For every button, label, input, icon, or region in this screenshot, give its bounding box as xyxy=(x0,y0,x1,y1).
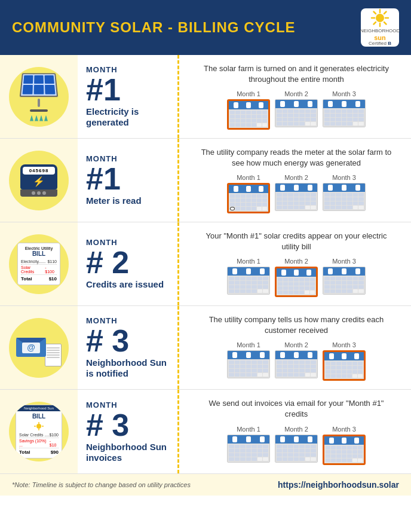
bill-bold: BILL xyxy=(21,250,57,257)
ns-total-line: Total $90 xyxy=(19,450,59,455)
cal-label-m1: Month 1 xyxy=(237,90,260,97)
ns-savings-label: Savings (10%) ... xyxy=(19,439,50,447)
svg-point-0 xyxy=(376,14,384,22)
row2-description: The utility company reads the meter at t… xyxy=(201,147,392,169)
cal-m3 xyxy=(323,99,366,127)
ns-bill-header: Neighborhood Sun xyxy=(16,405,62,411)
solar-panel-icon xyxy=(21,72,57,121)
cal-m1-highlighted xyxy=(227,99,270,130)
svg-line-5 xyxy=(374,11,376,14)
electricity-label: Electricity...... xyxy=(21,259,45,264)
row5-month-number: # 3 xyxy=(86,409,171,441)
row2-icon-area: 045698 ⚡ xyxy=(0,139,78,222)
certified-label: Certified xyxy=(369,41,387,46)
cal-m2 xyxy=(275,99,318,127)
ns-credits-label: Solar Credits .... xyxy=(19,433,49,437)
logo: NEIGHBORHOOD sun Certified B xyxy=(361,8,399,47)
cal-header xyxy=(323,100,365,108)
footer-link: https://neighborhoodsun.solar xyxy=(278,480,399,490)
ns-credits-value: $100 xyxy=(49,433,59,437)
row1-calendars: Month 1 xyxy=(190,90,403,130)
row1-label: MONTH #1 Electricity is generated xyxy=(78,55,179,138)
row3-description: Your "Month #1" solar credits appear on … xyxy=(201,231,392,252)
bill-credits-line: Solar Credits - $100 xyxy=(21,265,57,275)
row3-step-desc: Credits are issued xyxy=(86,279,171,290)
svg-line-7 xyxy=(384,11,387,14)
sun-icon xyxy=(370,8,389,27)
meter-body: 045698 ⚡ xyxy=(20,164,57,189)
row4-month-number: # 3 xyxy=(86,325,171,356)
row4-right: The utility company tells us how many cr… xyxy=(179,306,411,389)
bill-behind xyxy=(45,344,62,366)
cal-header xyxy=(229,101,268,109)
row1-month-number: #1 xyxy=(86,74,171,105)
bill-title: Electric Utility xyxy=(21,246,57,250)
row3-calendars: Month 1 Month 2 xyxy=(190,258,403,297)
row4-calendars: Month 1 Month 2 xyxy=(190,341,403,381)
row-credits-issued: Electric Utility BILL Electricity...... … xyxy=(0,222,411,306)
neighborhood-label: NEIGHBORHOOD xyxy=(360,28,400,33)
row3-month-number: # 2 xyxy=(86,247,171,278)
solar-base xyxy=(30,109,48,112)
row4-icon-area: @ xyxy=(0,306,78,389)
cal-grid xyxy=(275,108,317,127)
svg-line-8 xyxy=(374,22,376,25)
row-electricity-generated: MONTH #1 Electricity is generated The so… xyxy=(0,55,411,139)
row1-cal-month2: Month 2 xyxy=(275,90,318,127)
ns-bill-icon-circle: Neighborhood Sun BILL xyxy=(9,402,69,461)
row1-right: The solar farm is turned on and it gener… xyxy=(179,55,411,138)
ns-bill-icon: Neighborhood Sun BILL xyxy=(16,405,62,458)
meter-icon-circle: 045698 ⚡ xyxy=(9,151,69,210)
ns-sun-small-icon xyxy=(32,421,46,431)
envelope-body-group: @ xyxy=(16,333,47,362)
main-content: MONTH #1 Electricity is generated The so… xyxy=(0,55,411,473)
row2-month-number: #1 xyxy=(86,163,171,194)
svg-point-13 xyxy=(36,424,41,429)
meter-icon: 045698 ⚡ xyxy=(18,158,60,203)
page-wrapper: COMMUNITY SOLAR - BILLING CYCLE NEIGHBOR xyxy=(0,0,411,496)
ns-bill-bold: BILL xyxy=(19,413,59,420)
credits-value: - $100 xyxy=(45,265,57,274)
row4-label: MONTH # 3 Neighborhood Sun is notified xyxy=(78,306,179,389)
ns-total-value: $90 xyxy=(51,450,59,455)
row2-right: The utility company reads the meter at t… xyxy=(179,139,411,222)
cal-label: Month 1 xyxy=(237,174,260,181)
ns-total-label: Total xyxy=(19,450,30,455)
envelope-wrapper: @ xyxy=(15,327,63,369)
cal-label-m2: Month 2 xyxy=(284,90,308,97)
row-meter-read: 045698 ⚡ MONTH # xyxy=(0,139,411,222)
row1-cal-month1: Month 1 xyxy=(227,90,270,130)
row1-cal-month3: Month 3 xyxy=(323,90,366,127)
sun-label: sun xyxy=(374,34,386,41)
cal-grid xyxy=(229,109,268,128)
electric-bill-icon: Electric Utility BILL Electricity...... … xyxy=(17,243,60,285)
bill-icon-circle: Electric Utility BILL Electricity...... … xyxy=(9,234,69,294)
row5-calendars: Month 1 Month 2 xyxy=(190,426,403,465)
row4-description: The utility company tells us how many cr… xyxy=(201,314,392,336)
bill-electricity-line: Electricity...... $110 xyxy=(21,259,57,265)
ns-credits-line: Solar Credits .... $100 xyxy=(19,432,59,438)
footer-note: *Note: Timeline is subject to change bas… xyxy=(12,481,191,488)
row2-calendars: Month 1 Month 2 xyxy=(190,174,403,213)
cal-label-m3: Month 3 xyxy=(332,90,356,97)
row3-icon-area: Electric Utility BILL Electricity...... … xyxy=(0,222,78,305)
row-ns-invoices: Neighborhood Sun BILL xyxy=(0,390,411,473)
row3-label: MONTH # 2 Credits are issued xyxy=(78,222,179,305)
solar-grass xyxy=(30,115,48,121)
envelope-icon-circle: @ xyxy=(9,318,69,378)
header: COMMUNITY SOLAR - BILLING CYCLE NEIGHBOR xyxy=(0,0,411,55)
b-label: B xyxy=(388,41,391,46)
row5-right: We send out invoices via email for your … xyxy=(179,390,411,473)
solar-panel-grid xyxy=(20,73,58,97)
row2-label: MONTH #1 Meter is read xyxy=(78,139,179,222)
ns-savings-line: Savings (10%) ... - $10 xyxy=(19,438,59,448)
row2-step-desc: Meter is read xyxy=(86,195,171,206)
svg-line-6 xyxy=(384,22,387,25)
row1-step-desc: Electricity is generated xyxy=(86,106,171,128)
logo-text: NEIGHBORHOOD sun Certified B xyxy=(360,29,400,47)
svg-text:@: @ xyxy=(27,343,35,352)
row5-icon-area: Neighborhood Sun BILL xyxy=(0,390,78,473)
ns-savings-value: - $10 xyxy=(50,439,59,447)
cal-grid xyxy=(323,108,365,127)
total-value: $10 xyxy=(49,276,57,282)
